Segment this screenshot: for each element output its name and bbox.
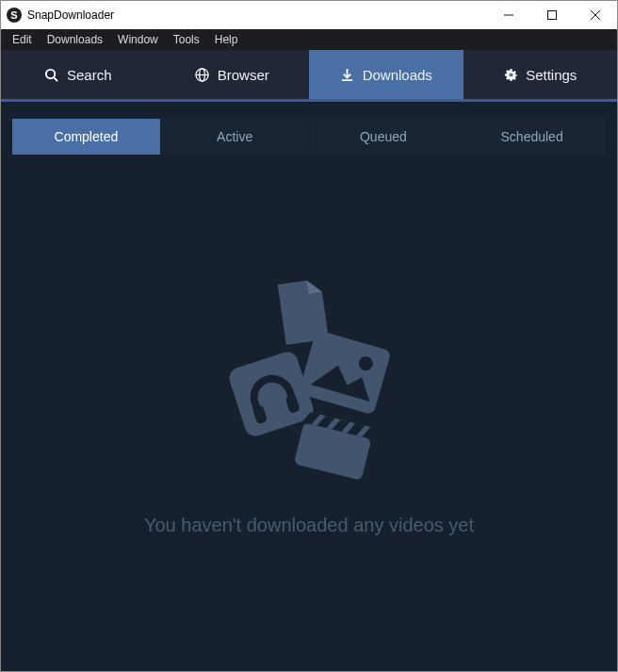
tab-downloads[interactable]: Downloads — [309, 50, 464, 99]
window-title: SnapDownloader — [27, 8, 114, 22]
sub-tabs: Completed Active Queued Scheduled — [12, 119, 606, 155]
search-icon — [44, 67, 59, 82]
download-icon — [340, 67, 355, 82]
subtab-active[interactable]: Active — [161, 119, 310, 155]
app-logo-icon: S — [7, 8, 22, 23]
close-button[interactable] — [574, 1, 617, 29]
svg-point-6 — [46, 69, 55, 77]
empty-illustration — [205, 279, 413, 486]
tab-search[interactable]: Search — [1, 50, 155, 99]
menu-window[interactable]: Window — [110, 31, 166, 48]
tab-label: Settings — [526, 67, 577, 83]
svg-text:S: S — [10, 9, 17, 21]
svg-line-7 — [55, 77, 58, 81]
menu-edit[interactable]: Edit — [5, 31, 40, 48]
tab-label: Search — [67, 67, 112, 83]
subtab-completed[interactable]: Completed — [12, 119, 161, 155]
menu-tools[interactable]: Tools — [166, 31, 207, 48]
empty-message: You haven't downloaded any videos yet — [144, 515, 474, 536]
tab-label: Browser — [218, 67, 269, 83]
menu-help[interactable]: Help — [207, 31, 246, 48]
content-area: Completed Active Queued Scheduled — [1, 102, 617, 671]
subtab-scheduled[interactable]: Scheduled — [458, 119, 606, 155]
tab-settings[interactable]: Settings — [464, 50, 618, 99]
svg-rect-3 — [548, 11, 557, 20]
gear-icon — [503, 67, 518, 82]
svg-point-11 — [509, 73, 512, 76]
tab-label: Downloads — [363, 67, 432, 83]
titlebar: S SnapDownloader — [1, 1, 617, 29]
window-controls — [487, 1, 617, 29]
empty-state: You haven't downloaded any videos yet — [12, 155, 606, 660]
tab-browser[interactable]: Browser — [155, 50, 310, 99]
maximize-button[interactable] — [530, 1, 574, 29]
minimize-button[interactable] — [487, 1, 530, 29]
menu-downloads[interactable]: Downloads — [40, 31, 110, 48]
subtab-queued[interactable]: Queued — [310, 119, 459, 155]
globe-icon — [195, 67, 210, 82]
main-tabs: Search Browser Downloads Settings — [1, 50, 617, 102]
menu-bar: Edit Downloads Window Tools Help — [1, 29, 617, 50]
